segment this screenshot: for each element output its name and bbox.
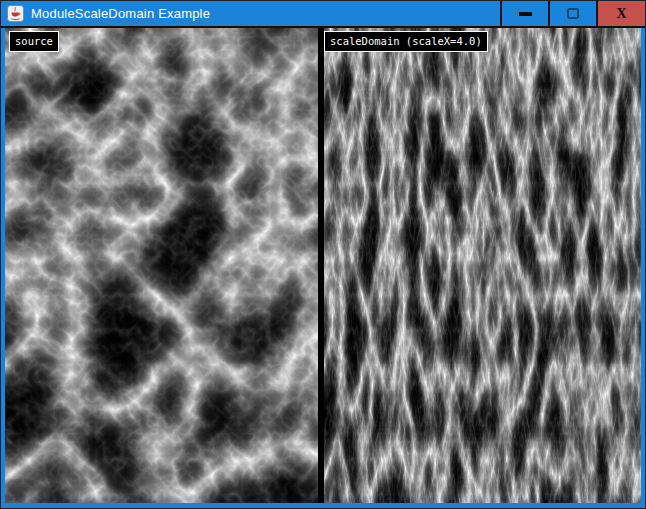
close-icon: X <box>616 7 626 21</box>
window-controls: X <box>500 1 645 26</box>
java-app-icon <box>7 5 24 22</box>
noise-panel-source: source <box>5 28 318 503</box>
source-label: source <box>9 31 59 52</box>
titlebar[interactable]: ModuleScaleDomain Example X <box>1 1 645 26</box>
maximize-icon <box>567 8 579 19</box>
source-noise-image <box>5 28 318 503</box>
scale-domain-label: scaleDomain (scaleX=4.0) <box>324 31 488 52</box>
maximize-button[interactable] <box>550 1 596 26</box>
close-button[interactable]: X <box>598 1 645 26</box>
window-border-bottom <box>1 503 645 508</box>
scale-domain-noise-image <box>324 28 641 503</box>
content-area: source scaleDomain (scaleX=4.0) <box>1 28 645 503</box>
window-title: ModuleScaleDomain Example <box>31 6 500 21</box>
app-window: ModuleScaleDomain Example X source sc <box>0 0 646 509</box>
minimize-icon <box>519 12 532 16</box>
minimize-button[interactable] <box>502 1 548 26</box>
noise-panel-scale-domain: scaleDomain (scaleX=4.0) <box>324 28 641 503</box>
window-border-right <box>641 28 645 503</box>
